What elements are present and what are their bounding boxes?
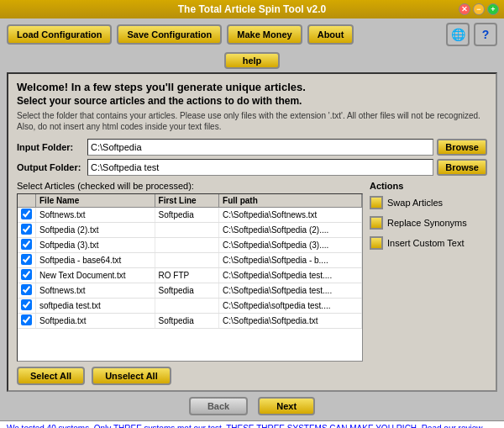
input-folder-row: Input Folder: Browse (17, 139, 487, 156)
replace-synonyms-label: Replace Synonyms (387, 218, 467, 228)
row-checkbox[interactable] (21, 269, 32, 280)
table-row: Softnews.txt Softpedia C:\Softpedia\Soft… (18, 283, 362, 299)
col-check (18, 194, 36, 208)
swap-articles-label: Swap Articles (387, 198, 443, 208)
col-filename: File Name (36, 194, 155, 208)
replace-synonyms-checkbox[interactable] (370, 216, 383, 230)
articles-section: Select Articles (checked will be process… (17, 181, 487, 385)
row-firstline (155, 253, 218, 268)
col-fullpath: Full path (219, 194, 362, 208)
row-fullpath: C:\Softpedia\Softpedia test.... (219, 268, 362, 283)
row-firstline: Softpedia (155, 314, 218, 329)
window-controls[interactable]: ✕ − + (459, 3, 499, 15)
output-browse-button[interactable]: Browse (437, 159, 487, 176)
navigation-bar: Back Next (0, 392, 504, 420)
help-button[interactable]: help (224, 52, 281, 69)
table-row: New Text Document.txt RO FTP C:\Softpedi… (18, 268, 362, 283)
table-row: Softpedia - base64.txt C:\Softpedia\Soft… (18, 253, 362, 268)
globe-icon[interactable]: 🌐 (446, 23, 470, 46)
row-checkbox-cell[interactable] (18, 314, 36, 329)
row-firstline (155, 223, 218, 238)
toolbar-icons: 🌐 ? (446, 23, 497, 46)
table-row: softpedia test.txt C:\Softpedia\softpedi… (18, 299, 362, 314)
action-insert-custom: Insert Custom Text (370, 236, 487, 250)
insert-custom-checkbox[interactable] (370, 236, 383, 250)
row-checkbox[interactable] (21, 314, 32, 325)
row-filename: Softpedia - base64.txt (36, 253, 155, 268)
row-checkbox-cell[interactable] (18, 268, 36, 283)
table-row: Softpedia.txt Softpedia C:\Softpedia\Sof… (18, 314, 362, 329)
row-firstline (155, 238, 218, 253)
row-filename: Softnews.txt (36, 283, 155, 299)
col-firstline: First Line (155, 194, 218, 208)
output-folder-field[interactable] (87, 159, 433, 176)
help-bar: help (0, 50, 504, 72)
help-icon[interactable]: ? (474, 23, 497, 46)
insert-custom-label: Insert Custom Text (387, 238, 465, 248)
row-checkbox[interactable] (21, 299, 32, 310)
welcome-subtitle: Select your source articles and the acti… (17, 95, 487, 107)
make-money-button[interactable]: Make Money (227, 24, 302, 45)
action-replace-synonyms: Replace Synonyms (370, 216, 487, 230)
row-filename: softpedia test.txt (36, 299, 155, 314)
swap-articles-checkbox[interactable] (370, 196, 383, 209)
articles-section-label: Select Articles (checked will be process… (17, 181, 363, 191)
select-all-button[interactable]: Select All (17, 367, 85, 385)
row-filename: Softnews.txt (36, 208, 155, 223)
instruction-text: Select the folder that contains your art… (17, 110, 487, 132)
row-fullpath: C:\Softpedia\Softpedia (3).... (219, 238, 362, 253)
row-firstline: Softpedia (155, 208, 218, 223)
footer-text: We tested 40 systems. Only THREE systems… (7, 424, 504, 428)
save-config-button[interactable]: Save Configuration (117, 24, 222, 45)
row-fullpath: C:\Softpedia\Softpedia.txt (219, 314, 362, 329)
minimize-button[interactable]: − (473, 3, 485, 15)
articles-table: File Name First Line Full path Softnews.… (18, 194, 362, 329)
row-fullpath: C:\Softpedia\softpedia test.... (219, 299, 362, 314)
load-config-button[interactable]: Load Configuration (7, 24, 112, 45)
footer-bar[interactable]: We tested 40 systems. Only THREE systems… (0, 420, 504, 428)
table-row: Softnews.txt Softpedia C:\Softpedia\Soft… (18, 208, 362, 223)
maximize-button[interactable]: + (487, 3, 499, 15)
table-row: Softpedia (2).txt C:\Softpedia\Softpedia… (18, 223, 362, 238)
welcome-title: Welcome! In a few steps you'll generate … (17, 81, 487, 93)
row-checkbox-cell[interactable] (18, 299, 36, 314)
title-bar: The Total Article Spin Tool v2.0 ✕ − + (0, 0, 504, 18)
row-checkbox[interactable] (21, 224, 32, 235)
toolbar: Load Configuration Save Configuration Ma… (0, 18, 504, 50)
input-browse-button[interactable]: Browse (437, 139, 487, 156)
app-title: The Total Article Spin Tool v2.0 (178, 3, 326, 15)
row-checkbox-cell[interactable] (18, 238, 36, 253)
input-folder-label: Input Folder: (17, 142, 84, 152)
row-checkbox-cell[interactable] (18, 208, 36, 223)
action-swap-articles: Swap Articles (370, 196, 487, 209)
row-firstline: Softpedia (155, 283, 218, 299)
table-header-row: File Name First Line Full path (18, 194, 362, 208)
row-fullpath: C:\Softpedia\Softpedia (2).... (219, 223, 362, 238)
table-row: Softpedia (3).txt C:\Softpedia\Softpedia… (18, 238, 362, 253)
row-checkbox[interactable] (21, 284, 32, 295)
back-button[interactable]: Back (189, 397, 248, 415)
row-filename: Softpedia (3).txt (36, 238, 155, 253)
row-fullpath: C:\Softpedia\Softpedia - b.... (219, 253, 362, 268)
input-folder-field[interactable] (87, 139, 433, 156)
unselect-all-button[interactable]: Unselect All (92, 367, 171, 385)
about-button[interactable]: About (307, 24, 354, 45)
row-fullpath: C:\Softpedia\Softnews.txt (219, 208, 362, 223)
row-filename: Softpedia.txt (36, 314, 155, 329)
next-button[interactable]: Next (258, 397, 315, 415)
main-content: Welcome! In a few steps you'll generate … (7, 72, 497, 392)
articles-panel: Select Articles (checked will be process… (17, 181, 363, 385)
row-checkbox-cell[interactable] (18, 223, 36, 238)
row-checkbox-cell[interactable] (18, 253, 36, 268)
row-fullpath: C:\Softpedia\Softpedia test.... (219, 283, 362, 299)
row-checkbox[interactable] (21, 239, 32, 250)
row-checkbox[interactable] (21, 254, 32, 265)
output-folder-label: Output Folder: (17, 162, 84, 172)
row-checkbox-cell[interactable] (18, 283, 36, 299)
close-button[interactable]: ✕ (459, 3, 470, 15)
actions-label: Actions (370, 181, 487, 191)
row-filename: Softpedia (2).txt (36, 223, 155, 238)
row-checkbox[interactable] (21, 209, 32, 219)
articles-table-container[interactable]: File Name First Line Full path Softnews.… (17, 193, 363, 362)
output-folder-row: Output Folder: Browse (17, 159, 487, 176)
